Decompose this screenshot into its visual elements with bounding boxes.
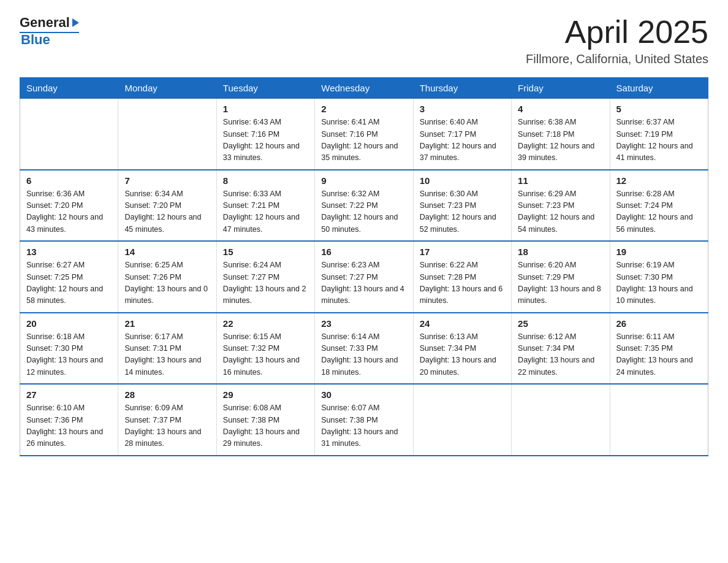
- calendar-cell: 1Sunrise: 6:43 AMSunset: 7:16 PMDaylight…: [216, 99, 314, 170]
- calendar-body: 1Sunrise: 6:43 AMSunset: 7:16 PMDaylight…: [20, 99, 708, 456]
- calendar-cell: [118, 99, 216, 170]
- calendar-cell: 22Sunrise: 6:15 AMSunset: 7:32 PMDayligh…: [216, 313, 314, 385]
- day-info: Sunrise: 6:25 AMSunset: 7:26 PMDaylight:…: [124, 259, 210, 307]
- day-info: Sunrise: 6:30 AMSunset: 7:23 PMDaylight:…: [420, 188, 505, 236]
- calendar-cell: 28Sunrise: 6:09 AMSunset: 7:37 PMDayligh…: [118, 384, 216, 456]
- day-info: Sunrise: 6:33 AMSunset: 7:21 PMDaylight:…: [223, 188, 308, 236]
- calendar-cell: [610, 384, 708, 456]
- day-info: Sunrise: 6:18 AMSunset: 7:30 PMDaylight:…: [26, 331, 112, 379]
- day-info: Sunrise: 6:34 AMSunset: 7:20 PMDaylight:…: [124, 188, 210, 236]
- day-info: Sunrise: 6:36 AMSunset: 7:20 PMDaylight:…: [26, 188, 112, 236]
- day-number: 28: [124, 389, 210, 400]
- header-day-thursday: Thursday: [413, 78, 511, 99]
- logo: General Blue: [20, 15, 79, 48]
- day-number: 5: [616, 104, 702, 114]
- day-info: Sunrise: 6:37 AMSunset: 7:19 PMDaylight:…: [616, 117, 702, 164]
- calendar-cell: 27Sunrise: 6:10 AMSunset: 7:36 PMDayligh…: [20, 384, 118, 456]
- day-number: 10: [420, 175, 505, 186]
- day-number: 8: [223, 175, 308, 186]
- month-title: April 2025: [526, 15, 708, 50]
- day-number: 22: [223, 318, 308, 329]
- day-number: 15: [223, 247, 308, 257]
- header-day-monday: Monday: [118, 78, 216, 99]
- calendar-cell: 30Sunrise: 6:07 AMSunset: 7:38 PMDayligh…: [315, 384, 413, 456]
- week-row-4: 20Sunrise: 6:18 AMSunset: 7:30 PMDayligh…: [20, 313, 708, 385]
- day-info: Sunrise: 6:15 AMSunset: 7:32 PMDaylight:…: [223, 331, 308, 379]
- day-number: 6: [26, 175, 112, 186]
- calendar-cell: 2Sunrise: 6:41 AMSunset: 7:16 PMDaylight…: [315, 99, 413, 170]
- day-info: Sunrise: 6:40 AMSunset: 7:17 PMDaylight:…: [420, 117, 505, 164]
- header-day-sunday: Sunday: [20, 78, 118, 99]
- calendar-cell: 19Sunrise: 6:19 AMSunset: 7:30 PMDayligh…: [610, 241, 708, 313]
- day-number: 12: [616, 175, 702, 186]
- day-number: 25: [518, 318, 603, 329]
- calendar-cell: 15Sunrise: 6:24 AMSunset: 7:27 PMDayligh…: [216, 241, 314, 313]
- day-number: 1: [223, 104, 308, 114]
- calendar-cell: 14Sunrise: 6:25 AMSunset: 7:26 PMDayligh…: [118, 241, 216, 313]
- day-number: 16: [321, 247, 406, 257]
- calendar-cell: [20, 99, 118, 170]
- day-info: Sunrise: 6:07 AMSunset: 7:38 PMDaylight:…: [321, 402, 406, 450]
- day-number: 14: [124, 247, 210, 257]
- day-number: 30: [321, 389, 406, 400]
- day-info: Sunrise: 6:41 AMSunset: 7:16 PMDaylight:…: [321, 117, 406, 164]
- day-number: 2: [321, 104, 406, 114]
- calendar-cell: 8Sunrise: 6:33 AMSunset: 7:21 PMDaylight…: [216, 170, 314, 242]
- day-number: 18: [518, 247, 603, 257]
- calendar-cell: 25Sunrise: 6:12 AMSunset: 7:34 PMDayligh…: [512, 313, 610, 385]
- day-info: Sunrise: 6:23 AMSunset: 7:27 PMDaylight:…: [321, 259, 406, 307]
- calendar-cell: 29Sunrise: 6:08 AMSunset: 7:38 PMDayligh…: [216, 384, 314, 456]
- calendar-cell: 18Sunrise: 6:20 AMSunset: 7:29 PMDayligh…: [512, 241, 610, 313]
- calendar-cell: 20Sunrise: 6:18 AMSunset: 7:30 PMDayligh…: [20, 313, 118, 385]
- calendar-cell: 5Sunrise: 6:37 AMSunset: 7:19 PMDaylight…: [610, 99, 708, 170]
- day-info: Sunrise: 6:11 AMSunset: 7:35 PMDaylight:…: [616, 331, 702, 379]
- calendar-cell: 24Sunrise: 6:13 AMSunset: 7:34 PMDayligh…: [413, 313, 511, 385]
- calendar-cell: 16Sunrise: 6:23 AMSunset: 7:27 PMDayligh…: [315, 241, 413, 313]
- day-info: Sunrise: 6:24 AMSunset: 7:27 PMDaylight:…: [223, 259, 308, 307]
- day-info: Sunrise: 6:20 AMSunset: 7:29 PMDaylight:…: [518, 259, 603, 307]
- day-number: 26: [616, 318, 702, 329]
- day-info: Sunrise: 6:43 AMSunset: 7:16 PMDaylight:…: [223, 117, 308, 164]
- header-day-tuesday: Tuesday: [216, 78, 314, 99]
- calendar-cell: 21Sunrise: 6:17 AMSunset: 7:31 PMDayligh…: [118, 313, 216, 385]
- logo-general-text: General: [20, 15, 70, 31]
- page-header: General Blue April 2025 Fillmore, Califo…: [20, 15, 708, 66]
- day-info: Sunrise: 6:08 AMSunset: 7:38 PMDaylight:…: [223, 402, 308, 450]
- day-info: Sunrise: 6:12 AMSunset: 7:34 PMDaylight:…: [518, 331, 603, 379]
- calendar-cell: 9Sunrise: 6:32 AMSunset: 7:22 PMDaylight…: [315, 170, 413, 242]
- week-row-1: 1Sunrise: 6:43 AMSunset: 7:16 PMDaylight…: [20, 99, 708, 170]
- day-number: 4: [518, 104, 603, 114]
- calendar-cell: [413, 384, 511, 456]
- logo-triangle-icon: [72, 18, 79, 27]
- day-info: Sunrise: 6:19 AMSunset: 7:30 PMDaylight:…: [616, 259, 702, 307]
- location-title: Fillmore, California, United States: [526, 52, 708, 66]
- title-block: April 2025 Fillmore, California, United …: [526, 15, 708, 66]
- calendar-cell: 6Sunrise: 6:36 AMSunset: 7:20 PMDaylight…: [20, 170, 118, 242]
- week-row-3: 13Sunrise: 6:27 AMSunset: 7:25 PMDayligh…: [20, 241, 708, 313]
- calendar-cell: 17Sunrise: 6:22 AMSunset: 7:28 PMDayligh…: [413, 241, 511, 313]
- week-row-2: 6Sunrise: 6:36 AMSunset: 7:20 PMDaylight…: [20, 170, 708, 242]
- day-info: Sunrise: 6:10 AMSunset: 7:36 PMDaylight:…: [26, 402, 112, 450]
- header-day-friday: Friday: [512, 78, 610, 99]
- day-info: Sunrise: 6:38 AMSunset: 7:18 PMDaylight:…: [518, 117, 603, 164]
- day-info: Sunrise: 6:13 AMSunset: 7:34 PMDaylight:…: [420, 331, 505, 379]
- day-number: 20: [26, 318, 112, 329]
- calendar-cell: [512, 384, 610, 456]
- day-info: Sunrise: 6:27 AMSunset: 7:25 PMDaylight:…: [26, 259, 112, 307]
- logo-blue-text: Blue: [21, 32, 50, 48]
- calendar-cell: 7Sunrise: 6:34 AMSunset: 7:20 PMDaylight…: [118, 170, 216, 242]
- day-info: Sunrise: 6:14 AMSunset: 7:33 PMDaylight:…: [321, 331, 406, 379]
- calendar-table: SundayMondayTuesdayWednesdayThursdayFrid…: [20, 77, 708, 456]
- day-number: 11: [518, 175, 603, 186]
- calendar-cell: 3Sunrise: 6:40 AMSunset: 7:17 PMDaylight…: [413, 99, 511, 170]
- header-row: SundayMondayTuesdayWednesdayThursdayFrid…: [20, 78, 708, 99]
- header-day-saturday: Saturday: [610, 78, 708, 99]
- day-number: 3: [420, 104, 505, 114]
- day-number: 21: [124, 318, 210, 329]
- day-number: 19: [616, 247, 702, 257]
- day-number: 13: [26, 247, 112, 257]
- calendar-cell: 4Sunrise: 6:38 AMSunset: 7:18 PMDaylight…: [512, 99, 610, 170]
- day-number: 23: [321, 318, 406, 329]
- day-info: Sunrise: 6:09 AMSunset: 7:37 PMDaylight:…: [124, 402, 210, 450]
- day-info: Sunrise: 6:28 AMSunset: 7:24 PMDaylight:…: [616, 188, 702, 236]
